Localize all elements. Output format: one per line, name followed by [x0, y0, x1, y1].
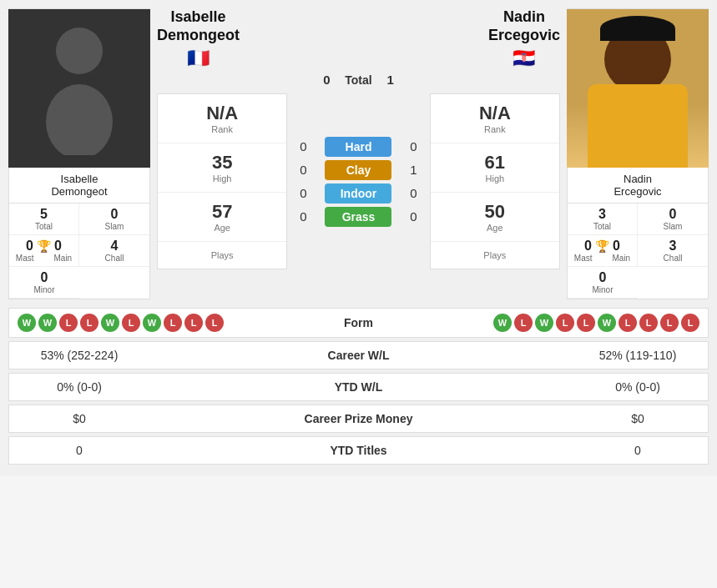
names-flags-row: Isabelle Demongeot 🇫🇷 Nadin Ercegovic 🇭🇷	[157, 8, 560, 69]
bottom-section: WWLLWLWLLL Form WLWLLWLLLL 53% (252-224)…	[8, 308, 709, 465]
player1-mast-cell: 0 🏆 0 Mast Main	[9, 235, 79, 267]
form-bubble: L	[59, 314, 78, 332]
player1-slam-cell: 0 Slam	[79, 204, 149, 235]
p2-plays-label: Plays	[442, 250, 548, 260]
p1-career-wl: 53% (252-224)	[21, 349, 138, 362]
form-bubble: L	[122, 314, 140, 332]
form-bubble: L	[619, 314, 637, 332]
form-bubble: L	[164, 314, 182, 332]
player1-form-bubbles: WWLLWLWLLL	[18, 314, 224, 332]
player1-stats-box: N/A Rank 35 High 57 Age Plays	[157, 93, 287, 269]
player2-mast-row: 0 🏆 0	[569, 239, 635, 254]
player2-main-label: Main	[612, 254, 630, 263]
ytd-titles-row: 0 YTD Titles 0	[8, 436, 709, 465]
p1-ytd-titles: 0	[21, 444, 138, 457]
indoor-badge: Indoor	[325, 183, 391, 204]
middle-content: Isabelle Demongeot 🇫🇷 Nadin Ercegovic 🇭🇷…	[157, 8, 560, 269]
player1-slam-val: 0	[81, 207, 148, 222]
player2-name-below: Nadin Ercegovic	[610, 168, 664, 203]
grass-p1-score: 0	[295, 209, 311, 224]
p2-career-wl: 52% (119-110)	[579, 349, 696, 362]
player1-main-val: 0	[54, 239, 62, 254]
clay-p1-score: 0	[295, 163, 311, 177]
p2-rank-label: Rank	[442, 124, 548, 134]
surface-stats-area: N/A Rank 35 High 57 Age Plays	[157, 93, 560, 269]
player1-name-below: Isabelle Demongeot	[48, 168, 110, 203]
grass-p2-score: 0	[405, 209, 422, 224]
player2-main-val: 0	[613, 239, 620, 254]
player1-mast-label: Mast	[16, 254, 34, 263]
player2-flag: 🇭🇷	[513, 48, 535, 69]
p2-total-score: 1	[382, 73, 399, 87]
player2-form-bubbles: WLWLLWLLLL	[493, 314, 699, 332]
player2-slam-val: 0	[639, 207, 706, 222]
p1-plays-label: Plays	[169, 250, 275, 260]
p2-plays-row: Plays	[431, 242, 559, 269]
player2-minor-label: Minor	[569, 285, 636, 294]
p1-rank-row: N/A Rank	[158, 94, 286, 143]
surface-row-clay: 0 Clay 1	[294, 160, 422, 180]
player1-minor-label: Minor	[11, 285, 78, 294]
player2-chall-val: 3	[639, 239, 706, 254]
clay-p2-score: 1	[405, 163, 422, 177]
top-section: Isabelle Demongeot 5 Total 0 Slam 0 🏆 0	[8, 8, 709, 299]
indoor-p2-score: 0	[405, 186, 422, 200]
form-row: WWLLWLWLLL Form WLWLLWLLLL	[8, 308, 709, 338]
player1-photo	[8, 9, 150, 168]
svg-point-1	[46, 84, 113, 155]
trophy1-icon: 🏆	[37, 239, 51, 253]
surfaces-column: 0 Hard 0 0 Clay 1 0 Indoor 0	[294, 93, 422, 269]
player2-chall-label: Chall	[639, 254, 706, 263]
p2-high-label: High	[442, 173, 548, 183]
p2-ytd-wl: 0% (0-0)	[579, 380, 696, 394]
p1-high-row: 35 High	[158, 143, 286, 193]
career-wl-label: Career W/L	[138, 349, 579, 362]
player1-name-block: Isabelle Demongeot 🇫🇷	[157, 8, 240, 69]
player2-slam-label: Slam	[639, 222, 706, 231]
player2-minor-val: 0	[569, 270, 636, 285]
form-label: Form	[344, 316, 373, 329]
form-bubble: L	[681, 314, 699, 332]
player2-mast-label: Mast	[574, 254, 593, 263]
form-bubble: W	[101, 314, 119, 332]
player2-name-block: Nadin Ercegovic 🇭🇷	[488, 8, 560, 69]
p1-prize: $0	[21, 412, 138, 425]
player2-total-cell: 3 Total	[568, 204, 638, 235]
player2-card: Nadin Ercegovic 3 Total 0 Slam 0 🏆 0	[567, 8, 709, 299]
p1-rank-val: N/A	[169, 103, 275, 124]
career-wl-row: 53% (252-224) Career W/L 52% (119-110)	[8, 341, 709, 369]
player1-total-val: 5	[11, 207, 77, 222]
form-bubble: L	[639, 314, 658, 332]
player2-mast-val: 0	[584, 239, 592, 254]
player1-chall-label: Chall	[81, 254, 148, 263]
p1-plays-row: Plays	[158, 242, 286, 269]
p2-age-row: 50 Age	[431, 193, 559, 242]
ytd-wl-label: YTD W/L	[138, 380, 579, 394]
p2-age-label: Age	[442, 223, 548, 233]
p1-rank-label: Rank	[169, 124, 275, 134]
form-bubble: L	[514, 314, 533, 332]
p2-age-val: 50	[442, 201, 548, 223]
player2-chall-cell: 3 Chall	[638, 235, 708, 267]
surface-row-grass: 0 Grass 0	[294, 207, 422, 227]
hard-p2-score: 0	[405, 139, 422, 153]
hard-badge: Hard	[325, 137, 391, 157]
p1-age-row: 57 Age	[158, 193, 286, 242]
player2-photo	[567, 9, 709, 168]
indoor-p1-score: 0	[295, 186, 311, 200]
player1-card: Isabelle Demongeot 5 Total 0 Slam 0 🏆 0	[8, 8, 150, 299]
form-bubble: W	[18, 314, 36, 332]
p1-total-score: 0	[318, 73, 335, 87]
player2-stats-grid: 3 Total 0 Slam 0 🏆 0 Mast Main	[568, 203, 708, 299]
prize-row: $0 Career Prize Money $0	[8, 405, 709, 433]
player2-stats-box: N/A Rank 61 High 50 Age Plays	[430, 93, 560, 269]
form-bubble: L	[205, 314, 224, 332]
form-bubble: W	[38, 314, 57, 332]
player2-name-top: Nadin Ercegovic	[488, 8, 560, 44]
player1-mast-row: 0 🏆 0	[11, 239, 77, 254]
trophy2-icon: 🏆	[595, 239, 609, 253]
total-score-row: 0 Total 1	[318, 73, 398, 87]
prize-label: Career Prize Money	[138, 412, 579, 425]
player1-slam-label: Slam	[81, 222, 148, 231]
player1-minor-val: 0	[11, 270, 78, 285]
